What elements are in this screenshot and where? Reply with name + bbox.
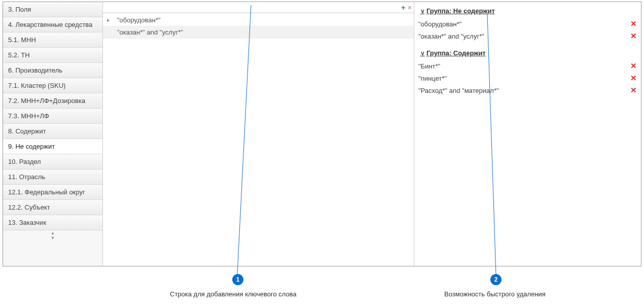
- callout-num-2: 2: [494, 276, 498, 283]
- right-panel: ∨Группа: Не содержит"оборудован*"✕"оказа…: [414, 2, 641, 266]
- sidebar-item-5[interactable]: 7.1. Кластер (SKU): [3, 78, 102, 93]
- rule-row: "Расход*" and "материал*"✕: [418, 84, 637, 96]
- middle-panel: + × ▸"оборудован*""оказан*" and "услуг*": [103, 2, 414, 266]
- keyword-row[interactable]: "оказан*" and "услуг*": [103, 26, 414, 39]
- expand-arrow-icon[interactable]: ▸: [107, 17, 114, 23]
- sidebar-item-6[interactable]: 7.2. МНН+ЛФ+Дозировка: [3, 93, 102, 109]
- group-header[interactable]: ∨Группа: Не содержит: [418, 7, 637, 15]
- sidebar-item-10[interactable]: 10. Раздел: [3, 154, 102, 169]
- sidebar-item-11[interactable]: 11. Отрасль: [3, 169, 102, 185]
- add-keyword-icon[interactable]: +: [401, 3, 406, 12]
- callout-num-1: 1: [236, 276, 240, 283]
- keyword-row[interactable]: ▸"оборудован*": [103, 14, 414, 26]
- delete-rule-icon[interactable]: ✕: [630, 19, 637, 28]
- chevron-down-icon[interactable]: ∨: [418, 50, 426, 57]
- rule-row: "оказан*" and "услуг*"✕: [418, 30, 637, 42]
- rule-text: "пинцет*": [418, 75, 447, 82]
- sidebar-item-7[interactable]: 7.3. МНН+ЛФ: [3, 109, 102, 124]
- callout-bubble-2: 2: [490, 274, 502, 285]
- chevron-down-icon[interactable]: ∨: [418, 8, 426, 15]
- sidebar: 3. Поля4. Лекарственные средства5.1. МНН…: [3, 2, 103, 266]
- rule-group: ∨Группа: Содержит"Бинт*"✕"пинцет*"✕"Расх…: [418, 49, 637, 96]
- clear-keyword-icon[interactable]: ×: [408, 4, 412, 12]
- sidebar-item-4[interactable]: 6. Производитель: [3, 63, 102, 78]
- sidebar-item-8[interactable]: 8. Содержит: [3, 124, 102, 139]
- sidebar-item-2[interactable]: 5.1. МНН: [3, 32, 102, 48]
- delete-rule-icon[interactable]: ✕: [630, 61, 637, 71]
- sidebar-item-0[interactable]: 3. Поля: [3, 2, 102, 17]
- app-frame: 3. Поля4. Лекарственные средства5.1. МНН…: [3, 2, 641, 266]
- sidebar-item-1[interactable]: 4. Лекарственные средства: [3, 17, 102, 32]
- callout-caption-1: Строка для добавления ключевого слова: [170, 290, 297, 298]
- rule-group: ∨Группа: Не содержит"оборудован*"✕"оказа…: [418, 7, 637, 42]
- callout-caption-2: Возможность быстрого удаления: [444, 290, 546, 298]
- group-header[interactable]: ∨Группа: Содержит: [418, 49, 637, 57]
- callout-bubble-1: 1: [232, 274, 243, 285]
- rule-text: "Расход*" and "материал*": [418, 87, 499, 94]
- keyword-text: "оборудован*": [114, 16, 160, 24]
- sidebar-item-3[interactable]: 5.2. ТН: [3, 48, 102, 63]
- delete-rule-icon[interactable]: ✕: [630, 74, 637, 83]
- rule-text: "оборудован*": [418, 20, 461, 28]
- rule-row: "оборудован*"✕: [418, 18, 637, 30]
- sidebar-item-13[interactable]: 12.2. Субъект: [3, 200, 102, 215]
- scroll-down-icon[interactable]: ▼: [3, 235, 102, 241]
- sidebar-item-12[interactable]: 12.1. Федеральный округ: [3, 185, 102, 200]
- sidebar-item-9[interactable]: 9. Не содержит: [3, 139, 102, 154]
- rule-text: "оказан*" and "услуг*": [418, 32, 484, 40]
- delete-rule-icon[interactable]: ✕: [630, 31, 637, 41]
- rule-row: "Бинт*"✕: [418, 60, 637, 72]
- sidebar-list: 3. Поля4. Лекарственные средства5.1. МНН…: [3, 2, 102, 230]
- sidebar-item-14[interactable]: 13. Заказчик: [3, 215, 102, 230]
- keyword-text: "оказан*" and "услуг*": [114, 28, 183, 36]
- group-title: Группа: Содержит: [426, 49, 486, 57]
- rule-text: "Бинт*": [418, 62, 440, 70]
- group-title: Группа: Не содержит: [426, 7, 495, 15]
- delete-rule-icon[interactable]: ✕: [630, 86, 637, 95]
- keyword-rows: ▸"оборудован*""оказан*" and "услуг*": [103, 13, 414, 266]
- sidebar-scroll-hints[interactable]: ▲ ▼: [3, 230, 102, 241]
- keyword-add-bar[interactable]: + ×: [103, 2, 414, 13]
- rule-row: "пинцет*"✕: [418, 72, 637, 84]
- scroll-up-icon[interactable]: ▲: [3, 230, 102, 235]
